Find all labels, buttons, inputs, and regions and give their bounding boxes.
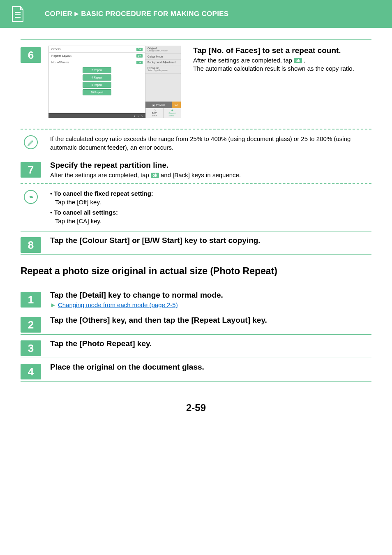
mock-ca-btn: CA xyxy=(172,102,181,108)
document-icon xyxy=(11,6,25,22)
arrow-right-icon: ► xyxy=(50,301,56,308)
mock-side-panel: Original Change Size/Direction Colour Mo… xyxy=(145,46,181,118)
mock-btn-8repeat: 8 Repeat xyxy=(83,82,111,88)
step-6-title: Tap [No. of Faces] to set a repeat count… xyxy=(193,46,371,56)
mock-colour-start: ◆ColourStart xyxy=(163,108,181,118)
mock-side-colour-mode: Colour Mode xyxy=(145,54,181,60)
step-7-text: After the settings are completed, tap ok… xyxy=(50,171,371,179)
step-a3: 3 Tap the [Photo Repeat] key. xyxy=(21,335,371,358)
step-a1: 1 Tap the [Detail] key to change to norm… xyxy=(21,286,371,311)
mock-side-exposure: Exposure Select Type/Exposure xyxy=(145,65,181,74)
mock-preview-btn: ▣Preview xyxy=(145,102,172,108)
step-8-title: Tap the [Colour Start] or [B/W Start] ke… xyxy=(50,236,371,245)
step-number-7: 7 xyxy=(21,162,41,178)
divider xyxy=(21,254,371,255)
mock-repeat-layout-row: Repeat Layout OK xyxy=(49,53,145,59)
mock-footer-bar: ◄⌂↻ xyxy=(48,113,145,118)
ok-icon: ok xyxy=(151,173,159,178)
chevron-right-icon: ► xyxy=(73,10,80,18)
cancel-list: To cancel the fixed repeat setting: Tap … xyxy=(50,189,371,225)
pencil-note-icon xyxy=(24,135,38,149)
step-number-a1: 1 xyxy=(21,292,41,308)
mock-side-bg: Background Adjustment xyxy=(145,60,181,65)
step-number-6: 6 xyxy=(21,47,41,63)
warning-note: If the calculated copy ratio exceeds the… xyxy=(21,132,371,156)
step-6-text: After the settings are completed, tap ok… xyxy=(193,56,371,73)
dashed-divider xyxy=(21,183,371,184)
ui-mock-screenshot: Others OK Repeat Layout OK No. of Faces … xyxy=(48,46,181,118)
mock-btn-16repeat: 16 Repeat xyxy=(83,89,111,95)
mock-faces-buttons: 2 Repeat 4 Repeat 8 Repeat 16 Repeat xyxy=(49,65,145,113)
step-a3-title: Tap the [Photo Repeat] key. xyxy=(50,339,371,349)
step-number-a3: 3 xyxy=(21,340,41,356)
mock-no-faces-row: No. of Faces OK xyxy=(49,59,145,65)
step-8: 8 Tap the [Colour Start] or [B/W Start] … xyxy=(21,231,371,254)
ok-icon: ok xyxy=(294,58,302,63)
step-a4-title: Place the original on the document glass… xyxy=(50,362,371,372)
step-7: 7 Specify the repeat partition line. Aft… xyxy=(21,156,371,181)
step-a4: 4 Place the original on the document gla… xyxy=(21,358,371,381)
warning-text: If the calculated copy ratio exceeds the… xyxy=(41,134,371,152)
page-header: COPIER►BASIC PROCEDURE FOR MAKING COPIES xyxy=(0,0,392,28)
divider xyxy=(21,381,371,382)
breadcrumb-subsection: BASIC PROCEDURE FOR MAKING COPIES xyxy=(81,10,228,18)
ok-icon: OK xyxy=(136,48,143,51)
step-number-a2: 2 xyxy=(21,317,41,333)
return-icon xyxy=(24,190,38,204)
header-doc-icon xyxy=(5,1,30,27)
step-number-a4: 4 xyxy=(21,364,41,379)
step-a1-title: Tap the [Detail] key to change to normal… xyxy=(50,290,371,300)
step-a2-title: Tap the [Others] key, and then tap the [… xyxy=(50,315,371,325)
breadcrumb: COPIER►BASIC PROCEDURE FOR MAKING COPIES xyxy=(45,10,229,18)
ok-icon: OK xyxy=(136,61,143,64)
step-number-8: 8 xyxy=(21,237,41,253)
mock-side-original: Original Change Size/Direction xyxy=(145,46,181,54)
page-number: 2-59 xyxy=(21,402,371,414)
mock-btn-4repeat: 4 Repeat xyxy=(83,74,111,81)
step-7-title: Specify the repeat partition line. xyxy=(50,160,371,170)
step-a2: 2 Tap the [Others] key, and then tap the… xyxy=(21,311,371,334)
breadcrumb-section: COPIER xyxy=(45,10,72,18)
step-6: 6 Others OK Repeat Layout OK No. of Face… xyxy=(21,40,371,126)
ok-icon: OK xyxy=(136,54,143,58)
mock-others-row: Others OK xyxy=(49,46,145,53)
mock-btn-2repeat: 2 Repeat xyxy=(83,67,111,73)
mock-bw-start: ◇B/WStart xyxy=(145,108,163,118)
dashed-divider xyxy=(21,129,371,130)
changing-mode-link[interactable]: Changing mode from each mode (page 2-5) xyxy=(58,301,178,308)
cancel-note: To cancel the fixed repeat setting: Tap … xyxy=(21,187,371,231)
section-heading: Repeat a photo size original in actual s… xyxy=(21,266,371,277)
